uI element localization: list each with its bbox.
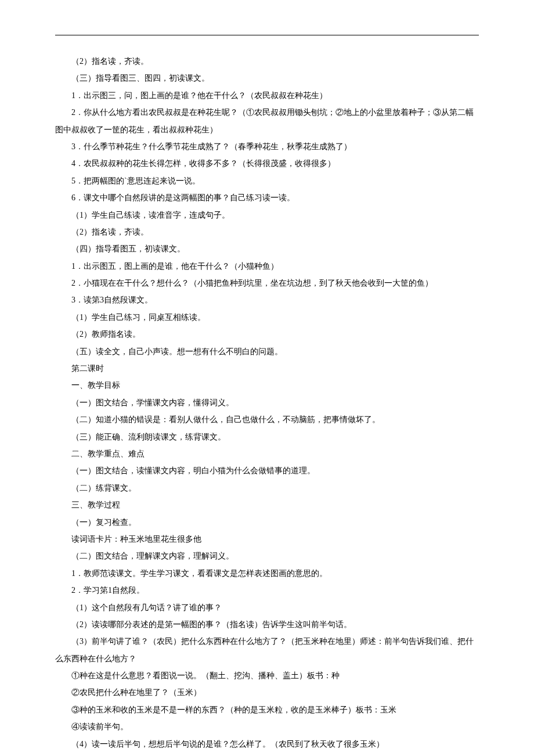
- text-line-wrapped: ①后半句课文里有农民两个字吗？（这是半句话，跟前半句合起来是一句话，前半句话里有…: [55, 753, 479, 756]
- text-line-wrapped: 2．你从什么地方看出农民叔叔是在种花生呢？（①农民叔叔用锄头刨坑；②地上的小盆里…: [55, 104, 479, 138]
- text-line: （2）指名读，齐读。: [55, 224, 479, 240]
- text-line: 1．教师范读课文。学生学习课文，看看课文是怎样表述图画的意思的。: [55, 565, 479, 582]
- text-line: （五）读全文，自己小声读。想一想有什么不明白的问题。: [55, 343, 479, 360]
- text-line: 三、教学过程: [55, 496, 479, 513]
- text-line-wrapped: （3）前半句讲了谁？（农民）把什么东西种在什么地方了？（把玉米种在地里）师述：前…: [55, 633, 479, 667]
- text-line: ③种的玉米和收的玉米是不是一样的东西？（种的是玉米粒，收的是玉米棒子）板书：玉米: [55, 701, 479, 718]
- text-line: （一）复习检查。: [55, 514, 479, 531]
- text-line: （二）练背课文。: [55, 480, 479, 496]
- text-line: 1．出示图三，问，图上画的是谁？他在干什么？（农民叔叔在种花生）: [55, 87, 479, 104]
- text-line: 一、教学目标: [55, 377, 479, 394]
- text-line: （四）指导看图五，初读课文。: [55, 240, 479, 257]
- text-line: 6．课文中哪个自然段讲的是这两幅图的事？自己练习读一读。: [55, 189, 479, 206]
- text-line: （2）指名读，齐读。: [55, 53, 479, 70]
- text-line: （1）这个自然段有几句话？讲了谁的事？: [55, 599, 479, 616]
- text-line: （1）学生自己练读，读准音字，连成句子。: [55, 207, 479, 224]
- text-line: （4）读一读后半句，想想后半句说的是谁？怎么样了。（农民到了秋天收了很多玉米）: [55, 736, 479, 753]
- text-line: 2．小猫现在在干什么？想什么？（小猫把鱼种到坑里，坐在坑边想，到了秋天他会收到一…: [55, 275, 479, 291]
- text-line: 5．把两幅图的`意思连起来说一说。: [55, 172, 479, 189]
- text-line: （二）图文结合，理解课文内容，理解词义。: [55, 548, 479, 564]
- text-line: ①种在这是什么意思？看图说一说。（翻土、挖沟、播种、盖土）板书：种: [55, 667, 479, 684]
- text-line: 3．读第3自然段课文。: [55, 291, 479, 308]
- text-line: （二）知道小猫的错误是：看别人做什么，自己也做什么，不动脑筋，把事情做坏了。: [55, 411, 479, 428]
- text-line: 1．出示图五，图上画的是谁，他在干什么？（小猫种鱼）: [55, 258, 479, 275]
- text-line: ②农民把什么种在地里了？（玉米）: [55, 684, 479, 701]
- text-line: 第二课时: [55, 360, 479, 377]
- text-line: （2）读读哪部分表述的是第一幅图的事？（指名读）告诉学生这叫前半句话。: [55, 616, 479, 633]
- text-line: （一）图文结合，读懂课文内容，明白小猫为什么会做错事的道理。: [55, 462, 479, 479]
- horizontal-rule: [55, 35, 479, 35]
- text-line: 3．什么季节种花生？什么季节花生成熟了？（春季种花生，秋季花生成熟了）: [55, 138, 479, 155]
- text-line: （一）图文结合，学懂课文内容，懂得词义。: [55, 394, 479, 411]
- text-line: ④读读前半句。: [55, 718, 479, 735]
- text-line: （2）教师指名读。: [55, 326, 479, 343]
- text-line: （1）学生自己练习，同桌互相练读。: [55, 309, 479, 326]
- text-line: 4．农民叔叔种的花生长得怎样，收得多不多？（长得很茂盛，收得很多）: [55, 155, 479, 172]
- text-line: 二、教学重点、难点: [55, 445, 479, 462]
- text-line: 读词语卡片：种玉米地里花生很多他: [55, 531, 479, 548]
- text-line: 2．学习第1自然段。: [55, 582, 479, 599]
- text-line: （三）指导看图三、图四，初读课文。: [55, 70, 479, 87]
- text-line: （三）能正确、流利朗读课文，练背课文。: [55, 429, 479, 445]
- document-content: （2）指名读，齐读。 （三）指导看图三、图四，初读课文。 1．出示图三，问，图上…: [55, 53, 479, 756]
